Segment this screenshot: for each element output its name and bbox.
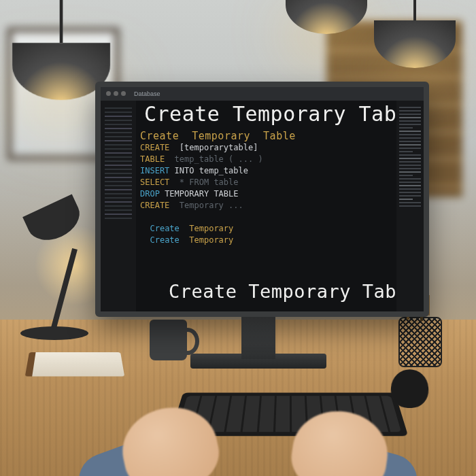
code-editor: Create Temporary Table Create Temporary …: [101, 101, 424, 311]
mouse-icon: [390, 369, 429, 408]
monitor-stand: [241, 311, 275, 359]
code-area: Create Temporary Table Create Temporary …: [136, 101, 396, 311]
editor-minimap: [396, 101, 424, 311]
editor-titlebar: Database: [101, 87, 424, 101]
code-line: Create Temporary: [140, 235, 233, 245]
monitor: Database Create Temporary Table Create T…: [95, 82, 429, 317]
workspace-photo: Database Create Temporary Table Create T…: [0, 0, 476, 476]
window-controls-icon: [106, 90, 129, 97]
code-line: SELECT * FROM table: [140, 177, 239, 187]
overlay-heading-top: Create Temporary Table: [144, 102, 396, 126]
code-line: CREATE Temporary ...: [140, 201, 243, 210]
coffee-mug-icon: [150, 320, 187, 360]
code-line: TABLE temp_table ( ... ): [140, 154, 263, 164]
code-line: INSERT INTO temp_table: [140, 166, 248, 175]
code-line: DROP TEMPORARY TABLE: [140, 189, 239, 199]
code-line: Create Temporary: [140, 224, 233, 233]
editor-gutter: [101, 101, 136, 311]
code-text: Create Temporary TableCREATE [temporaryt…: [140, 131, 392, 246]
titlebar-label: Database: [134, 90, 160, 97]
overlay-heading-bottom: Create Temporary Table: [169, 281, 396, 302]
pencil-cup-icon: [398, 317, 442, 367]
book-icon: [25, 352, 124, 376]
code-ghost-title: Create Temporary Table: [140, 131, 392, 142]
code-line: CREATE [temporarytable]: [140, 143, 258, 152]
